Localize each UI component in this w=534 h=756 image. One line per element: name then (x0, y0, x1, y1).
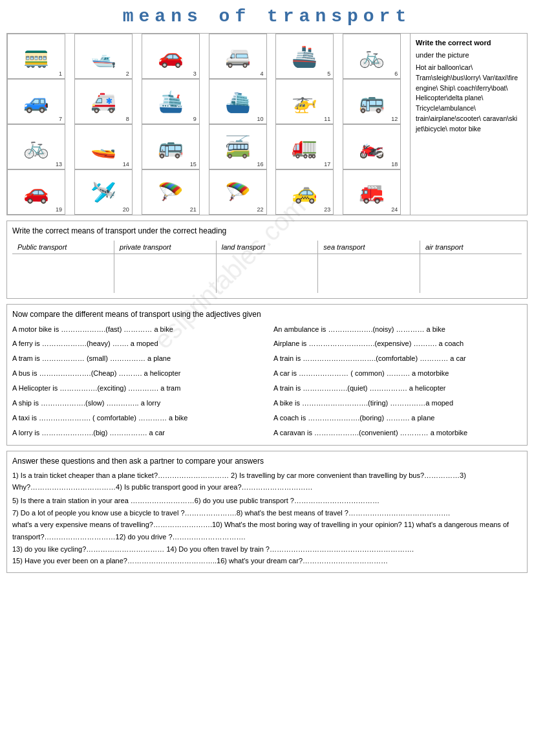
questions-text: 1) Is a train ticket cheaper than a plan… (12, 470, 522, 568)
heading-cell: sea transport (318, 241, 420, 254)
compare-item-left: A ferry is ……………….(heavy) ……. a moped (12, 337, 261, 351)
cell-number: 17 (324, 161, 330, 167)
cell-number: 8 (126, 116, 129, 122)
headings-table: Public transportprivate transportland tr… (12, 241, 522, 293)
grid-cell: 🛩️20 (74, 169, 133, 215)
heading-cell: land transport (216, 241, 318, 254)
cell-number: 6 (394, 70, 398, 77)
grid-cell: 🚙7 (7, 79, 65, 124)
cell-number: 5 (327, 70, 330, 77)
transport-icon: ⛴️ (225, 91, 251, 112)
sea-transport-cell (318, 254, 420, 293)
transport-icon: 🏍️ (359, 136, 385, 157)
cell-number: 21 (190, 206, 197, 213)
transport-icon: 🛥️ (91, 46, 116, 67)
cell-number: 16 (257, 161, 263, 167)
transport-icon: 🚁 (292, 91, 317, 112)
compare-item-left: A motor bike is ……………….(fast) ………… a bik… (12, 323, 261, 336)
compare-item-left: A Helicopter is …………….(exciting) …………. a… (12, 382, 261, 395)
grid-cell: 🪂22 (209, 169, 267, 215)
grid-cell: 🚎16 (209, 124, 267, 169)
grid-cell: 🏍️18 (343, 124, 401, 169)
compare-item-left: A taxi is …………………. ( comfortable) ………… a… (12, 411, 261, 425)
grid-cell: 🚗19 (7, 169, 65, 215)
instruction-sub: under the picture (416, 50, 522, 61)
cell-number: 23 (324, 206, 330, 213)
transport-icon: 🚲 (359, 46, 385, 67)
transport-icon: 🪂 (158, 182, 184, 202)
grid-cell: 🛳️9 (142, 79, 200, 124)
compare-item-right: An ambulance is ……………….(noisy) ………… a bi… (273, 323, 522, 336)
section3: Now compare the different means of trans… (6, 304, 528, 446)
section2-title: Write the correct means of transport und… (12, 226, 522, 235)
section4-title: Answer these questions and then ask a pa… (12, 457, 522, 466)
cell-number: 13 (56, 161, 62, 167)
question-line: 1) Is a train ticket cheaper than a plan… (12, 470, 522, 493)
transport-icon: 🚢 (292, 46, 317, 67)
transport-icon: 🚤 (91, 136, 116, 157)
question-line: 13) do you like cycling?…………………………… 14) … (12, 543, 522, 556)
grid-cell: 🚌12 (343, 79, 401, 124)
transport-icon: 🚗 (158, 46, 184, 67)
cell-number: 18 (391, 161, 398, 167)
transport-icon: 🚒 (359, 182, 385, 202)
cell-number: 3 (193, 70, 197, 77)
private-transport-cell (114, 254, 217, 293)
cell-number: 11 (324, 116, 330, 122)
transport-icon: 🚐 (225, 46, 251, 67)
grid-cell: 🚛17 (275, 124, 334, 169)
transport-icon: 🚲 (23, 136, 49, 157)
public-transport-cell (12, 254, 114, 293)
section1: 🚃1🛥️2🚗3🚐4🚢5🚲6🚙7🚑8🛳️9⛴️10🚁11🚌12🚲13🚤14🚌15🚎… (6, 33, 528, 215)
heading-cell: private transport (114, 241, 217, 254)
grid-cell: 🚲13 (7, 124, 65, 169)
cell-number: 9 (193, 116, 197, 122)
transport-icon: 🚕 (292, 182, 317, 202)
compare-item-left: A bus is ………………….(Cheap) ………. a helicopt… (12, 367, 261, 380)
grid-cell: 🚗3 (142, 34, 200, 79)
cell-number: 12 (391, 116, 398, 122)
compare-item-right: A caravan is ……………….(convenient) ………… a … (273, 426, 522, 440)
compare-item-right: A car is ………………… ( common) ………. a motorb… (273, 367, 522, 380)
transport-icon: 🚛 (292, 136, 317, 157)
transport-icon: 🚌 (158, 136, 184, 157)
question-line: 15) Have you ever been on a plane?………………… (12, 555, 522, 567)
question-line: what's a very expensive means of travell… (12, 519, 522, 543)
compare-item-right: A bike is ……………………….(tiring) ……………a mope… (273, 396, 522, 410)
cell-number: 14 (123, 161, 129, 167)
transport-icon: 🚙 (23, 91, 49, 112)
page-title: means of transport (6, 6, 528, 27)
transport-icon: 🛩️ (91, 182, 116, 202)
transport-icon: 🛳️ (158, 91, 184, 112)
grid-cell: 🚃1 (7, 34, 65, 79)
transport-icon: 🚗 (23, 182, 49, 202)
cell-number: 20 (123, 206, 129, 213)
cell-number: 19 (56, 206, 62, 213)
cell-number: 22 (257, 206, 263, 213)
compare-item-left: A tram is ……………… (small) …………… a plane (12, 352, 261, 365)
cell-number: 1 (59, 70, 62, 77)
compare-item-right: A coach is ………………….(boring) ………. a plane (273, 411, 522, 425)
transport-icon: 🚑 (91, 91, 116, 112)
grid-cell: 🚌15 (142, 124, 200, 169)
grid-cell: 🚁11 (275, 79, 334, 124)
compare-item-right: A train is ………………………….(comfortable) …………… (273, 352, 522, 365)
transport-icon: 🪂 (225, 182, 251, 202)
section2: Write the correct means of transport und… (6, 221, 528, 299)
grid-cell: 🚲6 (343, 34, 401, 79)
grid-cell: 🚢5 (275, 34, 334, 79)
cell-number: 4 (260, 70, 263, 77)
cell-number: 10 (257, 116, 263, 122)
image-grid: 🚃1🛥️2🚗3🚐4🚢5🚲6🚙7🚑8🛳️9⛴️10🚁11🚌12🚲13🚤14🚌15🚎… (7, 34, 411, 215)
grid-cell: 🛥️2 (74, 34, 133, 79)
transport-icon: 🚎 (225, 136, 251, 157)
compare-item-right: Airplane is ……………………….(expensive) ………. a… (273, 337, 522, 351)
grid-cell: 🪂21 (142, 169, 200, 215)
section3-title: Now compare the different means of trans… (12, 310, 522, 319)
section4: Answer these questions and then ask a pa… (6, 451, 528, 574)
heading-cell: Public transport (12, 241, 114, 254)
grid-cell: 🚑8 (74, 79, 133, 124)
word-list: Hot air balloon\car\ Tram\sleigh\bus\lor… (416, 63, 522, 134)
question-line: 7) Do a lot of people you know use a bic… (12, 507, 522, 519)
compare-item-left: A lorry is ………………….(big) ……………. a car (12, 426, 261, 440)
